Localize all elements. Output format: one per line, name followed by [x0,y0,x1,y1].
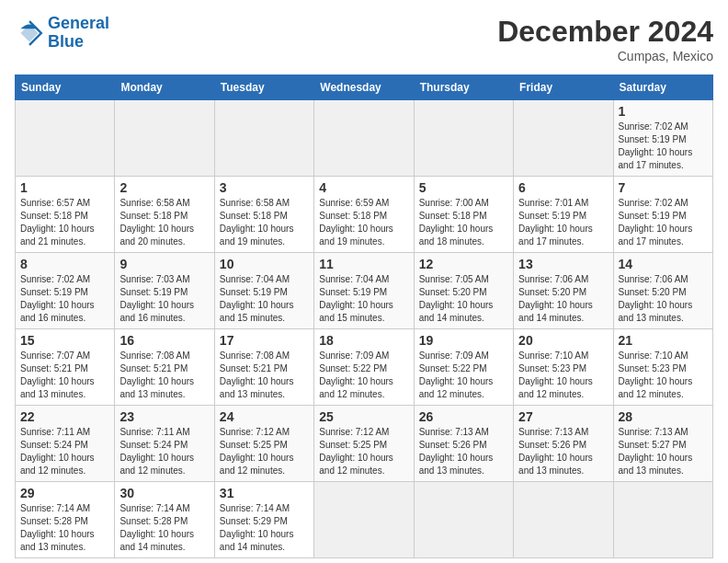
day-number: 15 [20,333,109,348]
calendar-cell: 27Sunrise: 7:13 AMSunset: 5:26 PMDayligh… [514,406,613,482]
calendar-cell [16,100,115,177]
day-info: Sunrise: 7:13 AMSunset: 5:27 PMDaylight:… [619,426,708,477]
day-number: 14 [619,257,708,271]
day-info: Sunrise: 7:02 AMSunset: 5:19 PMDaylight:… [20,273,109,325]
calendar-week-row: 29Sunrise: 7:14 AMSunset: 5:28 PMDayligh… [16,482,713,558]
calendar-cell: 6Sunrise: 7:01 AMSunset: 5:19 PMDaylight… [514,177,613,253]
day-number: 31 [220,486,309,500]
calendar-cell: 3Sunrise: 6:58 AMSunset: 5:18 PMDaylight… [214,177,313,253]
calendar-cell [214,100,313,177]
calendar-cell: 17Sunrise: 7:08 AMSunset: 5:21 PMDayligh… [214,329,313,406]
column-header-friday: Friday [514,75,613,100]
day-number: 7 [619,180,708,195]
day-number: 28 [619,409,708,424]
day-info: Sunrise: 7:14 AMSunset: 5:28 PMDaylight:… [119,502,209,554]
day-info: Sunrise: 6:57 AMSunset: 5:18 PMDaylight:… [20,197,109,248]
calendar-cell: 1Sunrise: 7:02 AMSunset: 5:19 PMDaylight… [613,100,712,177]
calendar-cell: 31Sunrise: 7:14 AMSunset: 5:29 PMDayligh… [214,482,313,558]
day-info: Sunrise: 7:03 AMSunset: 5:19 PMDaylight:… [119,273,209,325]
calendar-cell: 9Sunrise: 7:03 AMSunset: 5:19 PMDaylight… [115,253,214,329]
day-info: Sunrise: 7:04 AMSunset: 5:19 PMDaylight:… [319,273,408,325]
day-number: 13 [518,257,608,271]
calendar-cell: 18Sunrise: 7:09 AMSunset: 5:22 PMDayligh… [314,329,414,406]
day-number: 25 [319,409,408,424]
calendar-cell: 12Sunrise: 7:05 AMSunset: 5:20 PMDayligh… [414,253,513,329]
calendar-cell: 21Sunrise: 7:10 AMSunset: 5:23 PMDayligh… [613,329,712,406]
day-info: Sunrise: 7:07 AMSunset: 5:21 PMDaylight:… [20,350,109,401]
day-number: 17 [220,333,309,348]
title-block: December 2024 Cumpas, Mexico [497,15,713,63]
day-info: Sunrise: 7:06 AMSunset: 5:20 PMDaylight:… [518,273,608,325]
calendar-cell: 29Sunrise: 7:14 AMSunset: 5:28 PMDayligh… [16,482,115,558]
logo-line1: General [48,14,109,32]
day-info: Sunrise: 7:13 AMSunset: 5:26 PMDaylight:… [419,426,508,477]
day-info: Sunrise: 7:06 AMSunset: 5:20 PMDaylight:… [619,273,708,325]
logo: General Blue [15,15,109,52]
day-info: Sunrise: 7:02 AMSunset: 5:19 PMDaylight:… [619,197,708,248]
month-title: December 2024 [497,15,713,49]
calendar-header-row: SundayMondayTuesdayWednesdayThursdayFrid… [16,75,713,100]
calendar-week-row: 1Sunrise: 6:57 AMSunset: 5:18 PMDaylight… [16,177,713,253]
calendar-week-row: 1Sunrise: 7:02 AMSunset: 5:19 PMDaylight… [16,100,713,177]
calendar-cell: 26Sunrise: 7:13 AMSunset: 5:26 PMDayligh… [414,406,513,482]
day-number: 6 [518,180,608,195]
column-header-monday: Monday [115,75,214,100]
day-info: Sunrise: 7:08 AMSunset: 5:21 PMDaylight:… [220,350,309,401]
calendar-cell: 1Sunrise: 6:57 AMSunset: 5:18 PMDaylight… [16,177,115,253]
day-number: 4 [319,180,408,195]
column-header-saturday: Saturday [613,75,712,100]
day-number: 8 [20,257,109,271]
day-info: Sunrise: 7:04 AMSunset: 5:19 PMDaylight:… [220,273,309,325]
calendar-cell: 2Sunrise: 6:58 AMSunset: 5:18 PMDaylight… [115,177,214,253]
calendar-cell [514,100,613,177]
calendar-cell: 8Sunrise: 7:02 AMSunset: 5:19 PMDaylight… [16,253,115,329]
calendar-cell [414,100,513,177]
day-number: 26 [419,409,508,424]
day-number: 5 [419,180,508,195]
day-number: 1 [619,104,708,119]
day-info: Sunrise: 7:02 AMSunset: 5:19 PMDaylight:… [619,121,708,172]
day-info: Sunrise: 7:10 AMSunset: 5:23 PMDaylight:… [518,350,608,401]
day-number: 30 [119,486,209,500]
column-header-wednesday: Wednesday [314,75,414,100]
day-number: 18 [319,333,408,348]
day-number: 12 [419,257,508,271]
day-info: Sunrise: 7:08 AMSunset: 5:21 PMDaylight:… [119,350,209,401]
calendar-cell: 15Sunrise: 7:07 AMSunset: 5:21 PMDayligh… [16,329,115,406]
day-info: Sunrise: 7:12 AMSunset: 5:25 PMDaylight:… [220,426,309,477]
day-number: 27 [518,409,608,424]
day-info: Sunrise: 7:13 AMSunset: 5:26 PMDaylight:… [518,426,608,477]
day-number: 20 [518,333,608,348]
calendar-cell: 16Sunrise: 7:08 AMSunset: 5:21 PMDayligh… [115,329,214,406]
day-number: 11 [319,257,408,271]
calendar-week-row: 22Sunrise: 7:11 AMSunset: 5:24 PMDayligh… [16,406,713,482]
day-number: 9 [119,257,209,271]
page-header: General Blue December 2024 Cumpas, Mexic… [15,15,713,63]
day-number: 23 [119,409,209,424]
day-info: Sunrise: 7:12 AMSunset: 5:25 PMDaylight:… [319,426,408,477]
day-info: Sunrise: 7:10 AMSunset: 5:23 PMDaylight:… [619,350,708,401]
day-info: Sunrise: 7:05 AMSunset: 5:20 PMDaylight:… [419,273,508,325]
calendar-cell: 20Sunrise: 7:10 AMSunset: 5:23 PMDayligh… [514,329,613,406]
calendar-cell: 7Sunrise: 7:02 AMSunset: 5:19 PMDaylight… [613,177,712,253]
day-info: Sunrise: 7:11 AMSunset: 5:24 PMDaylight:… [119,426,209,477]
logo-line2: Blue [48,32,84,51]
day-number: 29 [20,486,109,500]
day-info: Sunrise: 7:00 AMSunset: 5:18 PMDaylight:… [419,197,508,248]
day-number: 16 [119,333,209,348]
day-info: Sunrise: 7:11 AMSunset: 5:24 PMDaylight:… [20,426,109,477]
day-number: 22 [20,409,109,424]
day-info: Sunrise: 6:58 AMSunset: 5:18 PMDaylight:… [220,197,309,248]
calendar-cell: 22Sunrise: 7:11 AMSunset: 5:24 PMDayligh… [16,406,115,482]
calendar-cell: 4Sunrise: 6:59 AMSunset: 5:18 PMDaylight… [314,177,414,253]
day-number: 3 [220,180,309,195]
day-number: 21 [619,333,708,348]
day-info: Sunrise: 6:59 AMSunset: 5:18 PMDaylight:… [319,197,408,248]
calendar-week-row: 8Sunrise: 7:02 AMSunset: 5:19 PMDaylight… [16,253,713,329]
day-number: 1 [20,180,109,195]
day-info: Sunrise: 7:14 AMSunset: 5:29 PMDaylight:… [220,502,309,554]
calendar-week-row: 15Sunrise: 7:07 AMSunset: 5:21 PMDayligh… [16,329,713,406]
calendar-cell: 28Sunrise: 7:13 AMSunset: 5:27 PMDayligh… [613,406,712,482]
calendar-cell [314,100,414,177]
day-info: Sunrise: 7:09 AMSunset: 5:22 PMDaylight:… [419,350,508,401]
